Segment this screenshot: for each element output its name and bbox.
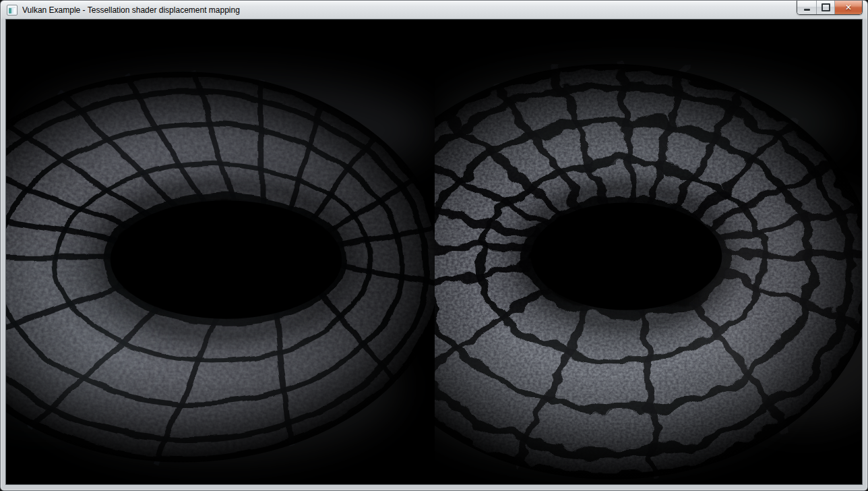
render-scene — [6, 20, 862, 484]
maximize-button[interactable] — [817, 1, 835, 14]
torus-left-no-displacement — [6, 70, 445, 464]
close-button[interactable]: ✕ — [835, 1, 862, 14]
maximize-icon — [822, 3, 830, 11]
close-icon: ✕ — [845, 3, 852, 11]
app-icon[interactable] — [7, 5, 18, 16]
render-viewport[interactable] — [5, 19, 863, 485]
minimize-button[interactable] — [797, 1, 817, 14]
app-icon-window-glyph — [9, 8, 16, 13]
screen: Vulkan Example - Tessellation shader dis… — [0, 0, 868, 491]
caption-buttons: ✕ — [797, 1, 863, 15]
window-title: Vulkan Example - Tessellation shader dis… — [22, 5, 240, 15]
app-window: Vulkan Example - Tessellation shader dis… — [0, 0, 868, 491]
minimize-icon — [804, 9, 810, 11]
titlebar[interactable]: Vulkan Example - Tessellation shader dis… — [1, 1, 867, 19]
